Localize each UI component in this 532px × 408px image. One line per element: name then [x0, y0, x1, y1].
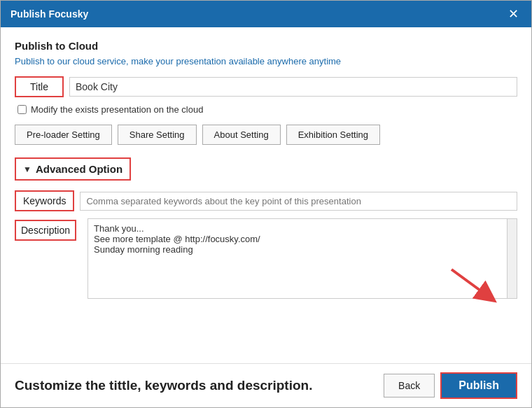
publish-dialog: Publish Focusky ✕ Publish to Cloud Publi… — [0, 0, 532, 408]
description-textarea[interactable] — [88, 219, 517, 296]
publish-button[interactable]: Publish — [440, 372, 517, 399]
modify-label: Modify the exists presentation on the cl… — [31, 104, 203, 115]
scrollbar[interactable] — [507, 219, 517, 298]
description-row: Description — [15, 218, 517, 358]
keywords-row: Keywords — [15, 190, 517, 211]
close-button[interactable]: ✕ — [505, 8, 522, 20]
advanced-option-label: Advanced Option — [36, 163, 122, 175]
dialog-body: Publish to Cloud Publish to our cloud se… — [1, 27, 531, 358]
dialog-footer: Customize the tittle, keywords and descr… — [1, 363, 531, 407]
back-button[interactable]: Back — [384, 374, 435, 398]
title-row: Title — [15, 76, 517, 97]
modify-checkbox[interactable] — [18, 105, 27, 114]
footer-buttons: Back Publish — [384, 372, 517, 399]
chevron-down-icon: ▼ — [23, 164, 31, 174]
description-label: Description — [15, 220, 76, 241]
keywords-input[interactable] — [80, 192, 517, 211]
section-title: Publish to Cloud — [15, 40, 517, 52]
title-bar: Publish Focusky ✕ — [1, 1, 531, 27]
share-setting-button[interactable]: Share Setting — [118, 125, 197, 145]
title-label: Title — [15, 76, 64, 97]
title-input[interactable] — [69, 77, 517, 97]
settings-buttons-row: Pre-loader Setting Share Setting About S… — [15, 125, 517, 145]
publish-link[interactable]: Publish to our cloud service, make your … — [15, 56, 517, 66]
keywords-label: Keywords — [15, 190, 74, 211]
dialog-title: Publish Focusky — [10, 8, 88, 20]
exhibition-setting-button[interactable]: Exhibition Setting — [286, 125, 380, 145]
modify-row: Modify the exists presentation on the cl… — [18, 104, 517, 115]
about-setting-button[interactable]: About Setting — [202, 125, 281, 145]
description-wrapper — [88, 218, 517, 299]
advanced-option-toggle[interactable]: ▼ Advanced Option — [15, 157, 131, 181]
footer-hint: Customize the tittle, keywords and descr… — [15, 378, 312, 393]
preloader-setting-button[interactable]: Pre-loader Setting — [15, 125, 112, 145]
description-container — [82, 218, 517, 299]
